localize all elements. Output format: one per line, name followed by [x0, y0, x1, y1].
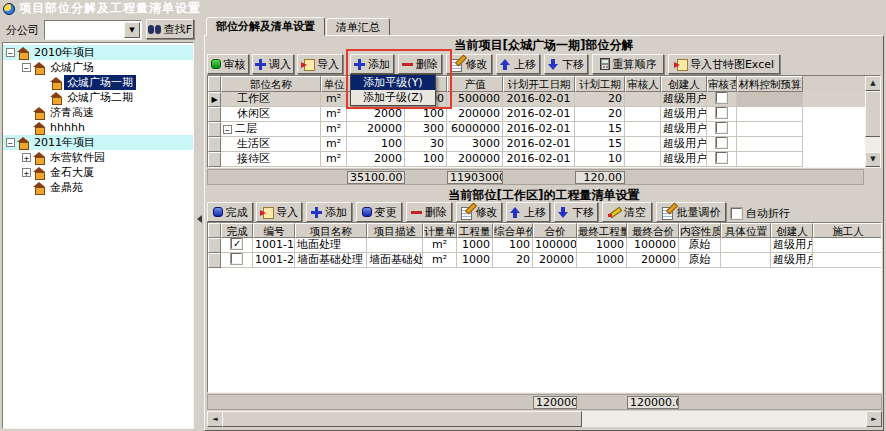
tree-item-jindingyuan[interactable]: 金鼎苑	[3, 180, 193, 195]
col-header[interactable]: 计量单位	[423, 223, 457, 238]
horizontal-scrollbar[interactable]: ◄ ►	[207, 411, 882, 427]
audit-checkbox[interactable]	[716, 122, 727, 133]
tree-item-zhongcheng[interactable]: 众城广场	[3, 60, 193, 75]
audit-checkbox[interactable]	[716, 152, 727, 163]
move-down-list-button[interactable]: 下移	[554, 202, 598, 222]
modify-button[interactable]: 修改	[446, 54, 492, 74]
col-header[interactable]: 审核否	[707, 76, 737, 92]
col-header[interactable]: 产值	[447, 76, 503, 92]
col-header[interactable]: 工程量	[457, 223, 493, 238]
col-header[interactable]: 创建人	[771, 223, 813, 238]
tree-item-jinshi[interactable]: 金石大厦	[3, 165, 193, 180]
expand-icon[interactable]	[22, 153, 31, 162]
tree-item-zhongcheng-phase1[interactable]: 众城广场一期	[3, 75, 193, 90]
title-bar[interactable]: 项目部位分解及工程量清单设置	[0, 0, 886, 17]
delete-list-item-button[interactable]: 删除	[406, 202, 452, 222]
scroll-left-icon[interactable]: ◄	[207, 411, 223, 427]
recalc-order-button[interactable]: 重算顺序	[592, 54, 664, 74]
panel-splitter[interactable]	[196, 17, 204, 431]
col-header[interactable]: 单位	[321, 76, 347, 92]
cell-start-date: 2016-02-01	[503, 92, 575, 107]
tree-item-label: 金鼎苑	[47, 180, 86, 195]
collapse-icon[interactable]	[6, 138, 15, 147]
col-header[interactable]: 具体位置	[721, 223, 771, 238]
col-header[interactable]: 计划开工日期	[503, 76, 575, 92]
col-header[interactable]: 完成	[221, 223, 253, 238]
col-header[interactable]: 计划工期	[575, 76, 625, 92]
tab-list-summary[interactable]: 清单汇总	[326, 18, 390, 36]
col-header[interactable]: 项目描述	[367, 223, 423, 238]
move-up-button[interactable]: 上移	[496, 54, 540, 74]
col-header[interactable]: 施工人	[813, 223, 882, 238]
cell-auditor	[625, 152, 661, 167]
autowrap-checkbox[interactable]	[731, 208, 742, 219]
table-row[interactable]: 1001-1 地面处理 m² 1000 100 100000 1000 1000…	[208, 238, 881, 253]
autowrap-option[interactable]: 自动折行	[731, 206, 790, 221]
tree-item-2011[interactable]: 2011年项目	[3, 135, 193, 150]
add-button[interactable]: 添加	[350, 54, 394, 74]
col-header[interactable]: 材料控制预算	[737, 76, 803, 92]
col-header[interactable]: 审核人	[625, 76, 661, 92]
move-down-button[interactable]: 下移	[544, 54, 588, 74]
chevron-down-icon[interactable]: ▼	[124, 22, 140, 38]
col-header[interactable]: 项目名称	[295, 223, 367, 238]
vertical-scrollbar[interactable]: ▲ ▼	[865, 76, 881, 167]
import-list-button[interactable]: 导入	[256, 202, 302, 222]
col-header[interactable]: 内容性质	[679, 223, 721, 238]
menu-item-add-sibling[interactable]: 添加平级(Y)	[351, 75, 435, 90]
tab-part-breakdown[interactable]: 部位分解及清单设置	[206, 17, 325, 36]
menu-item-add-child[interactable]: 添加子级(Z)	[351, 90, 435, 105]
cell-duration: 10	[575, 152, 625, 167]
audit-button[interactable]: 审核	[207, 54, 249, 74]
col-header[interactable]: 综合单价	[493, 223, 533, 238]
collapse-left-icon[interactable]	[197, 215, 202, 223]
col-header[interactable]: 最终合价	[627, 223, 679, 238]
tree-item-zhongcheng-phase2[interactable]: 众城广场二期	[3, 90, 193, 105]
table-row[interactable]: 休闲区 m² 2000 100 200000 2016-02-01 20 超级用…	[208, 107, 880, 122]
tree-item-hhhhh[interactable]: hhhhh	[3, 120, 193, 135]
table-row[interactable]: 生活区 m² 100 30 3000 2016-02-01 15 超级用户	[208, 137, 880, 152]
load-in-button[interactable]: 调入	[252, 54, 294, 74]
scrollbar-thumb[interactable]	[865, 91, 881, 137]
collapse-icon[interactable]	[6, 48, 15, 57]
scroll-up-icon[interactable]: ▲	[865, 76, 881, 91]
table-row[interactable]: 接待区 m² 2000 100 200000 2016-02-01 10 超级用…	[208, 152, 880, 167]
col-header[interactable]: 编号	[253, 223, 295, 238]
import-button[interactable]: 导入	[297, 54, 343, 74]
modify-list-item-button[interactable]: 修改	[456, 202, 502, 222]
scroll-right-icon[interactable]: ►	[866, 411, 882, 427]
change-button[interactable]: 变更	[356, 202, 402, 222]
tree-item-jiqing[interactable]: 济青高速	[3, 105, 193, 120]
audit-checkbox[interactable]	[716, 137, 727, 148]
move-up-list-button[interactable]: 上移	[506, 202, 550, 222]
table-row[interactable]: 二层 m² 20000 300 6000000 2016-02-01 15 超级…	[208, 122, 880, 137]
collapse-icon[interactable]	[22, 63, 31, 72]
tree-item-dongying[interactable]: 东营软件园	[3, 150, 193, 165]
batch-price-button[interactable]: 批量调价	[656, 202, 726, 222]
col-header[interactable]: 创建人	[661, 76, 707, 92]
done-checkbox[interactable]	[231, 253, 242, 264]
scroll-down-icon[interactable]: ▼	[865, 152, 881, 167]
audit-checkbox[interactable]	[716, 92, 727, 103]
audit-checkbox[interactable]	[716, 107, 727, 118]
scrollbar-thumb[interactable]	[222, 411, 582, 427]
search-button[interactable]: 查找F	[146, 19, 194, 39]
add-list-item-button[interactable]: 添加	[306, 202, 352, 222]
col-header[interactable]: 合价	[533, 223, 577, 238]
finish-button[interactable]: 完成	[207, 202, 253, 222]
expand-icon[interactable]	[22, 168, 31, 177]
total-final-amount: 120000.00	[627, 396, 679, 409]
table-row[interactable]: 1001-2 墙面基础处理 墙面基础处理 m² 1000 20 20000 10…	[208, 253, 881, 268]
company-select[interactable]: ▼	[44, 20, 142, 40]
tree-item-2010[interactable]: 2010年项目	[3, 45, 193, 60]
collapse-icon[interactable]	[223, 125, 232, 134]
table-row[interactable]: ▶ 工作区 m² 100 500000 2016-02-01 20 超级用户	[208, 92, 880, 107]
cell-budget	[737, 137, 803, 152]
delete-button[interactable]: 删除	[398, 54, 442, 74]
col-header[interactable]: 部位名称	[221, 76, 321, 92]
import-gantt-excel-button[interactable]: 导入甘特图Excel	[668, 54, 780, 74]
col-header[interactable]: 最终工程量	[577, 223, 627, 238]
cell-done	[221, 253, 253, 268]
clear-button[interactable]: 清空	[602, 202, 652, 222]
done-checkbox[interactable]	[231, 238, 242, 249]
